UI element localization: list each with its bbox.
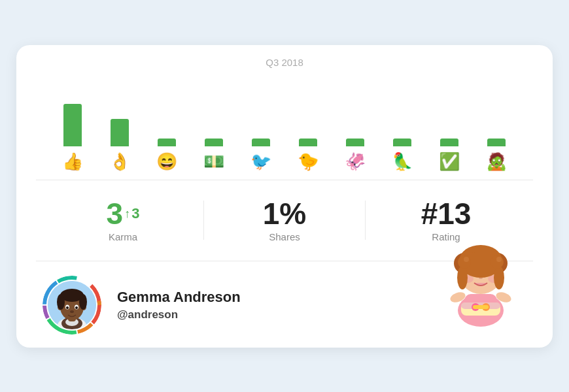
main-card: Q3 2018 👍👌😄💵🐦🐤🦑🦜✅🧟 3 ↑ 3 Karma 1% Shares… bbox=[16, 45, 553, 348]
shares-label: Shares bbox=[204, 231, 365, 242]
bar-group-0 bbox=[49, 97, 96, 146]
profile-handle: @andreson bbox=[117, 308, 241, 321]
bar-4 bbox=[252, 139, 270, 146]
karma-arrow: ↑ bbox=[124, 208, 130, 220]
bar-container-2 bbox=[143, 97, 190, 146]
karma-value: 3 ↑ 3 bbox=[43, 199, 203, 229]
profile-info: Gemma Andreson @andreson bbox=[117, 289, 241, 321]
bar-group-8 bbox=[426, 97, 473, 146]
svg-point-40 bbox=[491, 255, 504, 269]
emoji-8: ✅ bbox=[426, 152, 473, 172]
emoji-3: 💵 bbox=[190, 152, 237, 172]
shares-value: 1% bbox=[204, 199, 365, 229]
svg-point-20 bbox=[75, 306, 78, 309]
mascot-illustration bbox=[428, 225, 533, 341]
karma-stat: 3 ↑ 3 Karma bbox=[43, 199, 203, 242]
emoji-0: 👍 bbox=[49, 152, 96, 172]
svg-point-21 bbox=[70, 310, 74, 313]
svg-point-38 bbox=[494, 266, 504, 289]
rating-value: #13 bbox=[366, 199, 526, 229]
bar-container-4 bbox=[237, 97, 284, 146]
bar-group-9 bbox=[473, 97, 520, 146]
svg-point-42 bbox=[496, 257, 502, 262]
emoji-5: 🐤 bbox=[284, 152, 332, 172]
emoji-7: 🦜 bbox=[379, 152, 426, 172]
karma-delta: 3 bbox=[131, 206, 139, 221]
bar-group-2 bbox=[143, 97, 190, 146]
svg-point-37 bbox=[457, 266, 468, 289]
karma-number: 3 bbox=[107, 199, 124, 229]
bar-container-0 bbox=[49, 97, 96, 146]
bar-group-7 bbox=[379, 97, 426, 146]
bar-9 bbox=[487, 139, 506, 146]
emoji-6: 🦑 bbox=[332, 152, 379, 172]
shares-stat: 1% Shares bbox=[204, 199, 365, 242]
bar-container-3 bbox=[190, 97, 237, 146]
svg-point-19 bbox=[66, 306, 69, 309]
bar-container-7 bbox=[379, 97, 426, 146]
bar-group-1 bbox=[96, 97, 143, 146]
bar-0 bbox=[63, 104, 82, 146]
bar-5 bbox=[299, 139, 317, 146]
bar-chart bbox=[16, 74, 553, 146]
svg-point-16 bbox=[79, 294, 87, 310]
bar-group-3 bbox=[190, 97, 237, 146]
emoji-row: 👍👌😄💵🐦🐤🦑🦜✅🧟 bbox=[16, 146, 553, 172]
bar-container-8 bbox=[426, 97, 473, 146]
bar-8 bbox=[440, 139, 458, 146]
profile-name: Gemma Andreson bbox=[117, 289, 241, 306]
bar-2 bbox=[158, 139, 176, 146]
bar-container-9 bbox=[473, 97, 520, 146]
avatar-wrapper bbox=[43, 276, 101, 335]
bar-7 bbox=[393, 139, 411, 146]
emoji-9: 🧟 bbox=[473, 152, 520, 172]
bar-3 bbox=[205, 139, 223, 146]
svg-point-15 bbox=[57, 294, 65, 310]
emoji-4: 🐦 bbox=[237, 152, 284, 172]
avatar bbox=[48, 281, 96, 329]
bar-group-4 bbox=[237, 97, 284, 146]
svg-point-39 bbox=[458, 255, 471, 269]
profile-section: Gemma Andreson @andreson bbox=[16, 269, 553, 335]
emoji-2: 😄 bbox=[143, 152, 190, 172]
bar-6 bbox=[346, 139, 364, 146]
bar-group-6 bbox=[332, 97, 379, 146]
svg-rect-45 bbox=[473, 305, 489, 309]
bar-container-6 bbox=[332, 97, 379, 146]
bar-container-1 bbox=[96, 97, 143, 146]
bar-container-5 bbox=[284, 97, 332, 146]
bar-group-5 bbox=[284, 97, 332, 146]
bar-1 bbox=[111, 119, 129, 146]
period-label: Q3 2018 bbox=[16, 45, 553, 74]
emoji-1: 👌 bbox=[96, 152, 143, 172]
svg-point-41 bbox=[464, 257, 469, 262]
divider-1 bbox=[36, 180, 533, 180]
karma-label: Karma bbox=[43, 231, 203, 242]
